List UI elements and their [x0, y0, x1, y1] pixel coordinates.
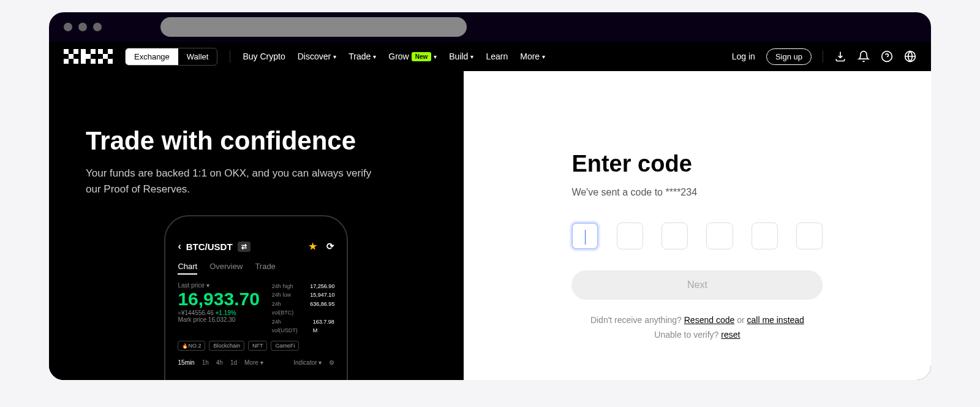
- help-icon[interactable]: [881, 50, 893, 63]
- svg-rect-1: [74, 49, 78, 54]
- chevron-down-icon: ▾: [542, 53, 545, 60]
- chevron-down-icon: ▾: [434, 53, 437, 60]
- phone-header: ‹ BTC/USDT ⇄ ★ ⟳: [178, 241, 334, 252]
- svg-rect-2: [69, 54, 74, 59]
- code-digit-1[interactable]: [571, 223, 598, 249]
- svg-rect-10: [108, 49, 113, 54]
- nav-grow[interactable]: GrowNew▾: [388, 51, 437, 61]
- tf-1h: 1h: [202, 359, 209, 366]
- svg-rect-9: [98, 49, 103, 54]
- close-dot[interactable]: [64, 23, 72, 31]
- form-title: Enter code: [571, 151, 823, 177]
- tags: NO.2 Blockchain NFT GameFi: [178, 341, 334, 351]
- wallet-toggle[interactable]: Wallet: [178, 48, 217, 65]
- svg-rect-13: [108, 59, 113, 64]
- nav-learn[interactable]: Learn: [486, 51, 508, 61]
- tf-15min: 15min: [178, 359, 194, 366]
- bell-icon[interactable]: [858, 50, 870, 63]
- svg-rect-3: [64, 59, 69, 64]
- code-digit-6[interactable]: [796, 223, 823, 249]
- window-controls: [64, 23, 102, 31]
- mark-price: Mark price 16,032.30: [178, 316, 259, 323]
- resend-code-link[interactable]: Resend code: [684, 315, 735, 325]
- svg-rect-11: [103, 54, 108, 59]
- chevron-down-icon: ▾: [373, 53, 376, 60]
- browser-window: ▮▮▮ document.querySelector('.logo').styl…: [49, 12, 931, 380]
- phone-tab-overview: Overview: [209, 262, 243, 275]
- download-icon[interactable]: [834, 50, 846, 63]
- address-bar[interactable]: [160, 17, 467, 37]
- chevron-down-icon: ▾: [470, 53, 473, 60]
- okx-logo-svg[interactable]: [64, 49, 113, 64]
- pair-name: BTC/USDT: [186, 242, 233, 252]
- call-me-link[interactable]: call me instead: [747, 315, 804, 325]
- svg-rect-4: [74, 59, 78, 64]
- tag: GameFi: [271, 341, 299, 351]
- divider: [230, 50, 230, 63]
- star-icon: ★: [309, 241, 317, 252]
- form-subtitle: We've sent a code to ****234: [571, 187, 823, 198]
- price-row: Last price ▾ 16,933.70 ≈¥144556.46 +1.19…: [178, 282, 334, 335]
- nav-trade[interactable]: Trade▾: [349, 51, 376, 61]
- code-digit-2[interactable]: [617, 223, 643, 249]
- sub-price: ≈¥144556.46 +1.19%: [178, 310, 259, 316]
- code-digit-5[interactable]: [752, 223, 778, 249]
- titlebar: [49, 12, 931, 42]
- tf-more: More ▾: [244, 359, 263, 366]
- content: Trade with confidence Your funds are bac…: [49, 71, 931, 380]
- swap-icon: ⇄: [238, 242, 251, 252]
- tag: NFT: [248, 341, 268, 351]
- help-text: Didn't receive anything? Resend code or …: [571, 313, 823, 343]
- phone-tab-trade: Trade: [255, 262, 275, 275]
- divider: [823, 50, 823, 63]
- tag: NO.2: [178, 341, 205, 351]
- form-panel: Enter code We've sent a code to ****234 …: [464, 71, 931, 380]
- tag: Blockchain: [209, 341, 244, 351]
- maximize-dot[interactable]: [93, 23, 102, 31]
- settings-icon: ⚙: [329, 359, 334, 366]
- new-badge: New: [412, 52, 432, 61]
- svg-rect-0: [64, 49, 69, 54]
- svg-rect-5: [81, 49, 86, 64]
- code-digit-4[interactable]: [706, 223, 733, 249]
- price-value: 16,933.70: [178, 289, 259, 310]
- login-link[interactable]: Log in: [732, 51, 755, 61]
- tf-1d: 1d: [230, 359, 237, 366]
- next-button[interactable]: Next: [571, 270, 823, 300]
- timeframes: 15min 1h 4h 1d More ▾ Indicator ▾ ⚙: [178, 359, 334, 366]
- nav-right: Log in Sign up: [732, 48, 916, 65]
- price-stats: 24h high17,256.90 24h low15,947.10 24h v…: [272, 282, 335, 335]
- code-form: Enter code We've sent a code to ****234 …: [571, 151, 823, 343]
- reset-link[interactable]: reset: [721, 330, 740, 340]
- phone-mockup: ‹ BTC/USDT ⇄ ★ ⟳ Chart Overview Trade La…: [164, 215, 348, 380]
- nav-buy-crypto[interactable]: Buy Crypto: [243, 51, 285, 61]
- nav-discover[interactable]: Discover▾: [298, 51, 336, 61]
- signup-button[interactable]: Sign up: [766, 48, 812, 65]
- hero-panel: Trade with confidence Your funds are bac…: [49, 71, 464, 380]
- hero-subtitle: Your funds are backed 1:1 on OKX, and yo…: [86, 165, 380, 197]
- hero-title: Trade with confidence: [86, 126, 427, 156]
- nav-more[interactable]: More▾: [520, 51, 545, 61]
- last-price-label: Last price ▾: [178, 282, 259, 289]
- exchange-toggle[interactable]: Exchange: [126, 48, 178, 65]
- refresh-icon: ⟳: [326, 241, 334, 252]
- svg-rect-8: [91, 59, 96, 64]
- code-digit-3[interactable]: [662, 223, 688, 249]
- globe-icon[interactable]: [904, 50, 916, 63]
- back-icon: ‹: [178, 241, 181, 252]
- svg-rect-12: [98, 59, 103, 64]
- tf-4h: 4h: [216, 359, 223, 366]
- nav-build[interactable]: Build▾: [449, 51, 473, 61]
- code-inputs: [571, 223, 823, 249]
- phone-tab-chart: Chart: [178, 262, 197, 275]
- minimize-dot[interactable]: [78, 23, 87, 31]
- mode-toggle: Exchange Wallet: [125, 48, 217, 66]
- indicator: Indicator ▾: [293, 359, 322, 366]
- svg-rect-7: [91, 49, 96, 54]
- main-nav: ▮▮▮ document.querySelector('.logo').styl…: [49, 42, 931, 71]
- phone-tabs: Chart Overview Trade: [178, 262, 334, 275]
- chevron-down-icon: ▾: [333, 53, 336, 60]
- svg-rect-6: [86, 54, 91, 59]
